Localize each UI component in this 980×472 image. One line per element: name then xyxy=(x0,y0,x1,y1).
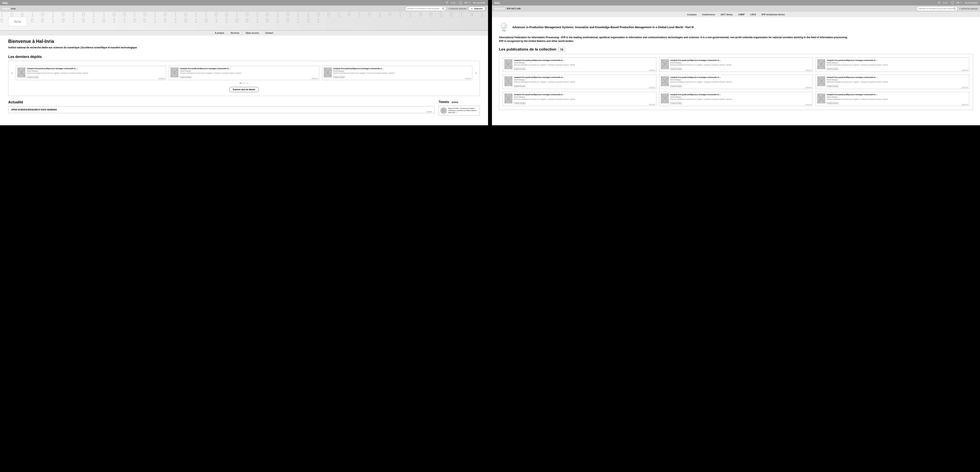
nav-ecollection[interactable]: IFIP eCollection Series xyxy=(762,13,784,16)
collection-name: IFIP-AICT-440 xyxy=(507,8,520,10)
publications-grid-box: Autopsie d'un puzzle juridique (Les mont… xyxy=(499,54,973,110)
card-author: Daniel Mainguy xyxy=(514,96,655,98)
card-title: Autopsie d'un puzzle juridique (Les mont… xyxy=(514,76,655,78)
card-date: 18/03/2019 xyxy=(962,104,968,105)
carousel-dots[interactable] xyxy=(11,83,477,83)
search-icon[interactable] xyxy=(442,8,444,10)
font-size-control[interactable]: AA+ xyxy=(451,2,457,4)
nav-about[interactable]: A propos xyxy=(215,32,224,34)
search-box[interactable] xyxy=(405,6,446,11)
card-date: 18/03/2019 xyxy=(649,87,655,88)
nav-lncs[interactable]: LNCS xyxy=(750,13,756,16)
nav-about[interactable]: A propos xyxy=(687,13,697,16)
publication-card[interactable]: Autopsie d'un puzzle juridique (Les mont… xyxy=(16,66,166,80)
search-icon[interactable] xyxy=(953,8,956,10)
info-icon[interactable]: i xyxy=(459,1,462,4)
tweets-handle[interactable]: @Inria xyxy=(452,101,458,103)
carousel-next[interactable]: › xyxy=(476,70,477,76)
card-author: Daniel Mainguy xyxy=(670,96,811,98)
publication-card[interactable]: Autopsie d'un puzzle juridique (Les mont… xyxy=(503,57,656,72)
card-author: Daniel Mainguy xyxy=(27,70,164,72)
publication-card[interactable]: Autopsie d'un puzzle juridique (Les mont… xyxy=(816,57,969,72)
thumbnail xyxy=(817,93,825,103)
portal-label: Portail xyxy=(2,8,9,10)
welcome-title: Bienvenue à Hal-Inria xyxy=(8,39,480,44)
advanced-search-link[interactable]: + recherche avancée xyxy=(448,8,466,10)
thumbnail xyxy=(504,93,512,103)
nav-conferences[interactable]: Conferences xyxy=(702,13,715,16)
nav-lnbip[interactable]: LNBIP xyxy=(738,13,745,16)
card-tag: Chapitre d'ouvrage xyxy=(670,85,682,87)
topbar: HAL AA+ i FR Se connecter xyxy=(0,0,488,5)
collection-title: Advances in Production Management System… xyxy=(512,25,694,29)
nav-services[interactable]: Services xyxy=(231,32,239,34)
card-author: Daniel Mainguy xyxy=(827,96,967,98)
subbar: Collection IFIP-AICT-440 + recherche ava… xyxy=(492,5,980,12)
topbar: HAL AA+ i FR Se connecter xyxy=(492,0,980,5)
card-date: 18/03/2019 xyxy=(805,87,811,88)
language-selector[interactable]: FR xyxy=(465,2,471,4)
search-box[interactable] xyxy=(916,6,958,11)
refresh-icon[interactable] xyxy=(446,1,449,4)
advanced-search-link[interactable]: + recherche avancée xyxy=(959,8,978,10)
thumbnail xyxy=(817,59,825,69)
card-author: Daniel Mainguy xyxy=(670,62,811,63)
thumbnail xyxy=(504,59,512,69)
card-date: 18/03/2019 xyxy=(805,104,811,105)
publication-card[interactable]: Autopsie d'un puzzle juridique (Les mont… xyxy=(503,92,656,106)
nav-aict[interactable]: AICT Series xyxy=(721,13,733,16)
nav-contact[interactable]: Contact xyxy=(265,32,273,34)
carousel: ‹ Autopsie d'un puzzle juridique (Les mo… xyxy=(8,61,480,96)
card-title: Autopsie d'un puzzle juridique (Les mont… xyxy=(827,76,967,78)
info-icon[interactable]: i xyxy=(951,1,954,4)
card-tag: Chapitre d'ouvrage xyxy=(514,85,525,87)
card-author: Daniel Mainguy xyxy=(514,62,655,63)
font-size-control[interactable]: AA+ xyxy=(943,2,948,4)
publication-card[interactable]: Autopsie d'un puzzle juridique (Les mont… xyxy=(816,74,969,89)
publication-card[interactable]: Autopsie d'un puzzle juridique (Les mont… xyxy=(659,92,813,106)
collection-label: Collection xyxy=(494,8,505,10)
hal-logo[interactable]: HAL xyxy=(494,1,938,5)
deposit-button[interactable]: Déposer xyxy=(468,6,486,11)
card-title: Autopsie d'un puzzle juridique (Les mont… xyxy=(670,76,811,78)
login-link[interactable]: Se connecter xyxy=(965,2,978,4)
hal-logo[interactable]: HAL xyxy=(2,1,446,5)
search-input[interactable] xyxy=(407,8,442,10)
card-tag: Chapitre d'ouvrage xyxy=(827,68,838,70)
chevron-down-icon xyxy=(960,2,963,4)
subbar: Portail Inria + recherche avancée Dépose… xyxy=(0,5,488,12)
card-title: Autopsie d'un puzzle juridique (Les mont… xyxy=(514,59,655,61)
publication-card[interactable]: Autopsie d'un puzzle juridique (Les mont… xyxy=(659,57,813,72)
nav-openaccess[interactable]: Open access xyxy=(246,32,259,34)
card-author: Daniel Mainguy xyxy=(827,62,967,63)
thumbnail xyxy=(661,76,669,86)
publications-title: Les publications de la collection xyxy=(499,47,556,51)
card-date: 18/03/2019 xyxy=(649,104,655,105)
carousel-prev[interactable]: ‹ xyxy=(11,70,13,76)
card-tag: Chapitre d'ouvrage xyxy=(514,102,525,104)
card-title: Autopsie d'un puzzle juridique (Les mont… xyxy=(180,68,317,70)
login-link[interactable]: Se connecter xyxy=(473,2,486,4)
thumbnail xyxy=(817,76,825,86)
refresh-icon[interactable] xyxy=(938,1,940,4)
news-item[interactable]: OPEN SCIENCE/RESEARCH DATA SEMINAR 3/15/… xyxy=(8,106,435,113)
card-author: Daniel Mainguy xyxy=(827,79,967,81)
banner: Inria xyxy=(0,12,488,30)
card-date: 18/03/2019 xyxy=(159,78,165,79)
publication-card[interactable]: Autopsie d'un puzzle juridique (Les mont… xyxy=(322,66,473,80)
card-description: Recension développée du recueil de Lev S… xyxy=(514,64,655,66)
card-title: Autopsie d'un puzzle juridique (Les mont… xyxy=(827,59,967,61)
card-description: Recension développée du recueil de Lev S… xyxy=(514,98,655,100)
publication-card[interactable]: Autopsie d'un puzzle juridique (Les mont… xyxy=(816,92,969,106)
search-input[interactable] xyxy=(918,8,953,10)
card-author: Daniel Mainguy xyxy=(670,79,811,81)
language-selector[interactable]: FR xyxy=(956,2,963,4)
card-title: Autopsie d'un puzzle juridique (Les mont… xyxy=(670,93,811,95)
publication-card[interactable]: Autopsie d'un puzzle juridique (Les mont… xyxy=(659,74,813,89)
card-description: Recension développée du recueil de Lev S… xyxy=(333,73,471,74)
publication-card[interactable]: Autopsie d'un puzzle juridique (Les mont… xyxy=(503,74,656,89)
explore-button[interactable]: Explorer plus de dépôts xyxy=(229,87,259,92)
welcome-subtitle: Institut national de recherche dédié aux… xyxy=(8,46,480,49)
tweet-item[interactable]: Blog du CCSD - Les licences Creative Com… xyxy=(439,106,480,116)
publication-card[interactable]: Autopsie d'un puzzle juridique (Les mont… xyxy=(169,66,319,80)
